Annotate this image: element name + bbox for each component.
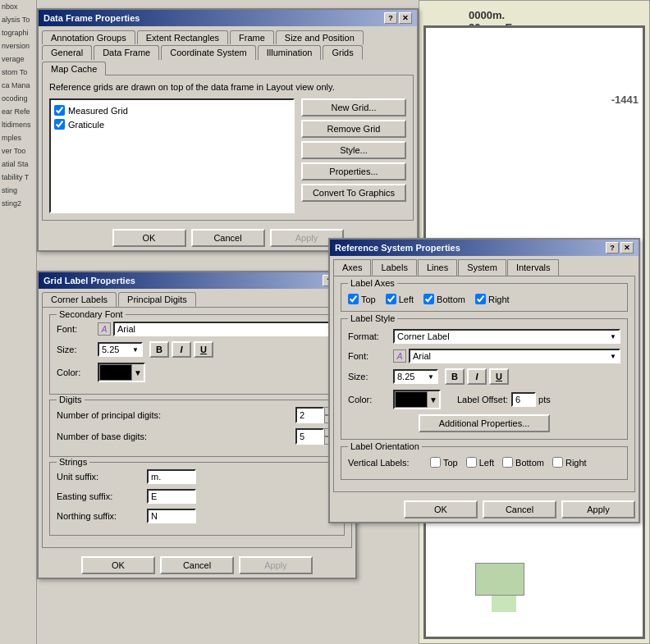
- sidebar-item-2[interactable]: alysis To: [0, 13, 36, 26]
- sidebar-item-4[interactable]: nversion: [0, 39, 36, 53]
- principal-digits-field[interactable]: [295, 407, 324, 423]
- size-dropdown[interactable]: 5.25 ▼: [98, 342, 143, 357]
- sidebar-item-9[interactable]: ear Refe: [0, 105, 36, 118]
- vertical-top[interactable]: Top: [430, 457, 458, 468]
- sidebar-item-10[interactable]: ltidimens: [0, 118, 36, 131]
- italic-button[interactable]: I: [172, 341, 191, 358]
- tab-annotation-groups[interactable]: Annotation Groups: [42, 30, 135, 44]
- vertical-top-checkbox[interactable]: [430, 457, 441, 468]
- unit-suffix-input[interactable]: [147, 469, 196, 484]
- vertical-right[interactable]: Right: [552, 457, 587, 468]
- sidebar-item-14[interactable]: tability T: [0, 171, 36, 184]
- right-axis-checkbox[interactable]: [475, 294, 486, 304]
- remove-grid-button[interactable]: Remove Grid: [301, 120, 406, 138]
- tab-coordinate-system[interactable]: Coordinate System: [161, 45, 256, 60]
- convert-button[interactable]: Convert To Graphics: [301, 184, 406, 202]
- ref-bold-button[interactable]: B: [445, 368, 465, 385]
- sidebar-item-15[interactable]: sting: [0, 184, 36, 197]
- tab-extent-rectangles[interactable]: Extent Rectangles: [137, 30, 228, 44]
- left-label-axis[interactable]: Left: [386, 294, 414, 304]
- sidebar-item-5[interactable]: verage: [0, 53, 36, 66]
- style-button[interactable]: Style...: [301, 141, 406, 159]
- top-label-axis[interactable]: Top: [348, 294, 376, 304]
- grid-item-measured[interactable]: Measured Grid: [54, 103, 290, 117]
- sidebar-item-8[interactable]: ocoding: [0, 92, 36, 105]
- ref-italic-button[interactable]: I: [467, 368, 487, 385]
- easting-suffix-label: Easting suffix:: [57, 491, 147, 501]
- tab-axes[interactable]: Axes: [333, 259, 371, 276]
- measured-grid-checkbox[interactable]: [54, 105, 65, 116]
- easting-suffix-input[interactable]: [147, 489, 196, 504]
- bold-button[interactable]: B: [149, 341, 169, 358]
- sidebar-item-13[interactable]: atial Sta: [0, 158, 36, 171]
- close-button[interactable]: ✕: [399, 12, 412, 24]
- ref-size-label: Size:: [348, 372, 393, 381]
- right-label-axis[interactable]: Right: [475, 294, 510, 304]
- color-button[interactable]: ▼: [98, 363, 145, 382]
- vertical-right-checkbox[interactable]: [552, 457, 563, 468]
- additional-properties-button[interactable]: Additional Properties...: [419, 414, 550, 432]
- sidebar-item-12[interactable]: ver Too: [0, 144, 36, 158]
- ref-size-dropdown[interactable]: 8.25 ▼: [393, 369, 438, 384]
- tab-principal-digits[interactable]: Principal Digits: [118, 292, 196, 307]
- tab-system[interactable]: System: [458, 259, 506, 276]
- vertical-left[interactable]: Left: [466, 457, 494, 468]
- base-digits-field[interactable]: [295, 428, 324, 445]
- left-axis-checkbox[interactable]: [386, 294, 396, 304]
- tab-illumination[interactable]: Illumination: [258, 45, 322, 60]
- base-digits-row: Number of base digits: ▲ ▼: [57, 428, 337, 445]
- label-orientation-group: Label Orientation Vertical Labels: Top L…: [341, 446, 628, 480]
- secondary-font-title: Secondary Font: [57, 309, 126, 319]
- font-dropdown[interactable]: Arial ▼: [113, 322, 337, 336]
- tab-size-and-position[interactable]: Size and Position: [276, 30, 364, 44]
- tab-general[interactable]: General: [42, 45, 92, 60]
- format-dropdown[interactable]: Corner Label ▼: [393, 329, 620, 344]
- grid-item-graticule[interactable]: Graticule: [54, 117, 290, 131]
- ref-system-ok-button[interactable]: OK: [404, 500, 478, 518]
- tab-grids[interactable]: Grids: [323, 45, 362, 60]
- ref-color-button[interactable]: ▼: [393, 390, 441, 409]
- sidebar-item-7[interactable]: ca Mana: [0, 79, 36, 92]
- vertical-bottom-checkbox[interactable]: [502, 457, 513, 468]
- tab-data-frame[interactable]: Data Frame: [94, 45, 159, 60]
- offset-input[interactable]: [511, 392, 536, 407]
- vertical-bottom[interactable]: Bottom: [502, 457, 544, 468]
- data-frame-titlebar: Data Frame Properties ? ✕: [39, 10, 417, 26]
- tab-frame[interactable]: Frame: [230, 30, 274, 44]
- tab-map-cache[interactable]: Map Cache: [42, 62, 106, 75]
- tab-bar-row1: Annotation Groups Extent Rectangles Fram…: [39, 26, 417, 43]
- top-axis-checkbox[interactable]: [348, 294, 359, 304]
- tab-lines[interactable]: Lines: [418, 259, 457, 276]
- ref-font-dropdown[interactable]: Arial ▼: [409, 349, 620, 363]
- grid-label-ok-button[interactable]: OK: [81, 556, 155, 574]
- northing-suffix-input[interactable]: [147, 509, 196, 523]
- grid-label-bottom-buttons: OK Cancel Apply: [39, 551, 355, 578]
- properties-button[interactable]: Properties...: [301, 162, 406, 180]
- ref-system-apply-button[interactable]: Apply: [561, 500, 635, 518]
- tab-corner-labels[interactable]: Corner Labels: [42, 292, 117, 307]
- help-button[interactable]: ?: [384, 12, 397, 24]
- ref-underline-button[interactable]: U: [489, 368, 509, 385]
- bottom-label-axis[interactable]: Bottom: [423, 294, 465, 304]
- ref-system-close-button[interactable]: ✕: [620, 242, 634, 253]
- sidebar-item-16[interactable]: sting2: [0, 197, 36, 210]
- tab-intervals[interactable]: Intervals: [507, 259, 560, 276]
- new-grid-button[interactable]: New Grid...: [301, 98, 406, 116]
- ref-tab-bar: Axes Labels Lines System Intervals: [330, 256, 639, 276]
- data-frame-cancel-button[interactable]: Cancel: [191, 229, 265, 247]
- vertical-left-checkbox[interactable]: [466, 457, 477, 468]
- underline-button[interactable]: U: [194, 341, 213, 358]
- sidebar-item-1[interactable]: nbox: [0, 0, 36, 13]
- graticule-checkbox[interactable]: [54, 119, 65, 130]
- sidebar-item-3[interactable]: tographi: [0, 26, 36, 39]
- ref-system-cancel-button[interactable]: Cancel: [483, 500, 556, 518]
- data-frame-ok-button[interactable]: OK: [112, 229, 186, 247]
- bottom-axis-checkbox[interactable]: [423, 294, 434, 304]
- grid-list[interactable]: Measured Grid Graticule: [49, 98, 295, 213]
- grid-label-apply-button[interactable]: Apply: [239, 556, 313, 574]
- tab-labels[interactable]: Labels: [372, 259, 416, 276]
- grid-label-cancel-button[interactable]: Cancel: [160, 556, 234, 574]
- sidebar-item-6[interactable]: stom To: [0, 66, 36, 79]
- sidebar-item-11[interactable]: mples: [0, 131, 36, 144]
- ref-system-help-button[interactable]: ?: [606, 242, 619, 253]
